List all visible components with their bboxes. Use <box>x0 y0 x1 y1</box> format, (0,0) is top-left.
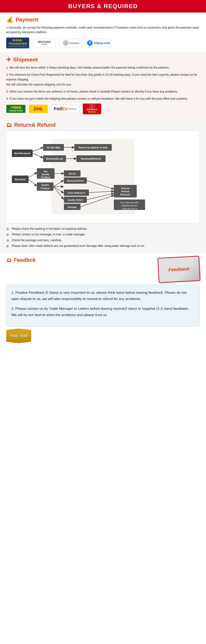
return-icon: 🗂 <box>6 122 12 128</box>
received-lost-label: Received/Lost <box>46 158 63 160</box>
moneybookers-logo: moneybookers <box>60 38 82 47</box>
svg-text:Quality: Quality <box>42 173 50 176</box>
moneybookers-graphic: moneybookers <box>63 40 79 46</box>
dhl-text: DHL <box>34 106 43 112</box>
china-post-en: CHINA POST <box>9 110 23 112</box>
shipment-title: Shipment <box>13 56 38 63</box>
alipay-text: Alipay.com <box>94 41 110 44</box>
return-note-4: ④ Please Note: Men made defects are not … <box>6 244 200 249</box>
not-fit-label: Not fit <box>69 172 76 175</box>
payment-logos-row: BANKTRANSFER INTERNATIONAL WESTERN UNION… <box>6 38 200 48</box>
shipment-para-3: 3. When you receive the items you ordere… <box>6 89 200 94</box>
on-the-way-label: On the Way <box>47 146 60 149</box>
china-post-logo: 中国邮政 CHINA POST <box>6 105 26 113</box>
wu-bot: UNION <box>41 43 47 45</box>
page-title: BUYERS & REQUIRED <box>0 3 206 10</box>
svg-text:could also tell us: could also tell us <box>122 208 137 210</box>
shipment-para-4: 4. If you have not got it within the shi… <box>6 96 200 101</box>
not-received-label: Not Received <box>14 152 30 155</box>
received-refund-label: Received/Refund <box>81 158 101 160</box>
flow-chart-container: Not Received On the Way Please be patien… <box>6 130 200 224</box>
shipment-logos-row: 中国邮政 CHINA POST DHL FedEx Express SF EXP… <box>6 104 200 114</box>
svg-line-15 <box>28 179 37 186</box>
feedback-section: 🗂 Feedbck Feedback 1. Positive Feedback … <box>0 253 206 345</box>
please-wait-label: Please be patient to wait <box>79 146 107 149</box>
fedex-sub: Express <box>68 108 77 110</box>
svg-line-5 <box>33 148 43 152</box>
seal-area: Your Text <box>6 328 200 343</box>
sf-logo: SF EXPRESS 顺丰速运 <box>83 104 101 114</box>
shipment-section: ✈ Shipment 1. We will sent the items wit… <box>0 52 206 118</box>
bank-transfer-sub: INTERNATIONAL <box>7 46 28 48</box>
svg-text:moneybookers: moneybookers <box>69 42 79 44</box>
svg-line-14 <box>28 172 37 178</box>
sf-text: EXPRESS <box>87 108 97 111</box>
feedback-image: Feedback <box>158 256 200 283</box>
feedback-image-text: Feedback <box>168 266 190 272</box>
feedback-header: 🗂 Feedbck Feedback <box>6 257 200 282</box>
sf-cn: 顺丰速运 <box>88 111 96 114</box>
payment-title: Payment <box>16 16 38 23</box>
quality-defect-label: Quality Defect <box>68 199 83 201</box>
feedback-content-box: 1. Positive Feedback (5 Stars) is very i… <box>6 285 200 326</box>
return-notes: ① Please check the tracking in formation… <box>6 226 200 249</box>
shipment-title-row: ✈ Shipment <box>6 56 200 63</box>
svg-text:Problem: Problem <box>41 176 50 178</box>
svg-line-6 <box>33 153 43 158</box>
svg-point-1 <box>64 41 68 45</box>
sf-badge: SF <box>89 104 95 108</box>
svg-text:Not: Not <box>44 170 48 172</box>
return-note-1: ① Please check the tracking in formation… <box>6 226 200 232</box>
bank-transfer-main: BANKTRANSFER <box>7 38 28 46</box>
shipment-para-1: 1. We will sent the items within 2-5days… <box>6 65 200 70</box>
feedback-icon: 🗂 <box>6 257 12 263</box>
fedex-fe: Fed <box>54 106 62 112</box>
svg-text:If you have any else: If you have any else <box>120 202 139 204</box>
seal-text: Your Text <box>10 334 27 338</box>
return-note-2: ② Please contact us by meesage, e-mail, … <box>6 232 200 238</box>
received-label: Received <box>15 178 26 181</box>
payment-section: 💰 Payment 1.Generally, we accept the fol… <box>0 12 206 52</box>
return-title: Return& Refund <box>14 122 56 128</box>
svg-text:Discount: Discount <box>120 193 130 196</box>
feedback-title-block: 🗂 Feedbck <box>6 257 36 263</box>
damage-label: Damage <box>68 206 77 208</box>
feedback-title: Feedbck <box>14 257 36 263</box>
payment-icon: 💰 <box>6 16 13 23</box>
page-header: BUYERS & REQUIRED <box>0 0 206 12</box>
alipay-logo: 支 Alipay.com <box>86 38 111 47</box>
bank-transfer-logo: BANKTRANSFER INTERNATIONAL <box>6 38 29 48</box>
return-title-row: 🗂 Return& Refund <box>6 122 200 128</box>
svg-text:Problem: Problem <box>41 187 50 190</box>
feedback-para-1: 1. Positive Feedback (5 Stars) is very i… <box>11 290 195 302</box>
flow-chart-svg: Not Received On the Way Please be patien… <box>10 135 191 218</box>
seal-badge: Your Text <box>6 328 31 343</box>
payment-title-row: 💰 Payment <box>6 16 200 23</box>
svg-text:Quality: Quality <box>41 184 49 186</box>
shipment-icon: ✈ <box>6 56 11 63</box>
dhl-logo: DHL <box>29 105 48 113</box>
china-post-cn: 中国邮政 <box>11 106 21 110</box>
feedback-para-2: 2. Please contact us by Trade Manager or… <box>11 306 195 318</box>
svg-text:Refund: Refund <box>121 190 129 193</box>
alipay-icon: 支 <box>87 40 93 46</box>
return-note-3: ③ Check the package and Item, carefully. <box>6 238 200 243</box>
fedex-logo: FedEx Express <box>51 105 79 113</box>
svg-text:requirements you: requirements you <box>121 204 137 207</box>
payment-description: 1.Generally, we accept the following pay… <box>6 25 200 34</box>
return-section: 🗂 Return& Refund Not Received On the Way… <box>0 118 206 253</box>
shipment-para-2: 2.The shipment by China Post Registered … <box>6 72 200 87</box>
svg-text:Resend: Resend <box>121 187 129 190</box>
western-union-logo: WESTERN UNION <box>33 38 56 47</box>
wrong-delivery-label: Wrong Delivery <box>67 180 84 182</box>
fedex-ex: Ex <box>62 106 68 112</box>
color-diff-label: Color Difference <box>67 192 85 194</box>
wu-top: WESTERN <box>38 41 51 43</box>
